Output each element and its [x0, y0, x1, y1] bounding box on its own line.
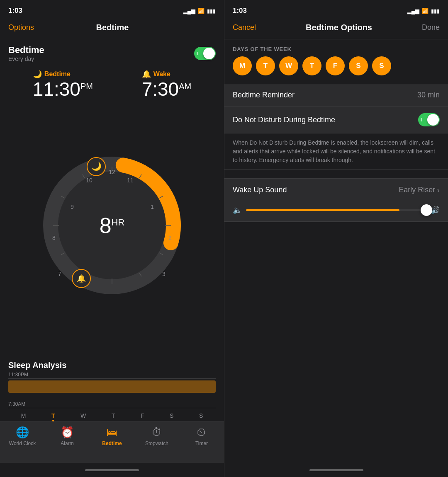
cancel-button[interactable]: Cancel: [233, 23, 256, 32]
status-time-left: 1:03: [8, 7, 22, 15]
svg-text:1: 1: [151, 203, 154, 210]
home-bar-right: [309, 469, 363, 471]
dnd-toggle[interactable]: I: [418, 113, 440, 126]
wake-sound-chevron: ›: [437, 185, 440, 195]
clock-svg-container: 12 1 2 3 4 5 6 7 8 9 10 11: [41, 155, 183, 296]
day-saturday[interactable]: S: [349, 56, 368, 75]
sleep-start-line: [8, 378, 216, 379]
right-spacer: [224, 222, 448, 463]
day-wednesday[interactable]: W: [279, 56, 298, 75]
tab-bedtime[interactable]: 🛏 Bedtime: [90, 426, 134, 446]
bedtime-label-group: Bedtime Every day: [8, 45, 44, 62]
world-clock-icon: 🌐: [16, 426, 29, 439]
sleep-bar-area: [8, 380, 216, 393]
wake-sound-label: Wake Up Sound: [233, 186, 287, 194]
week-day-tue: T: [51, 412, 55, 421]
status-icons-right: ▂▄▆ 📶 ▮▮▮: [407, 8, 440, 14]
moon-icon: 🌙: [33, 70, 42, 79]
week-row: M T W T F S S: [0, 409, 224, 421]
week-day-sat: S: [170, 412, 173, 421]
timer-icon: ⏲: [196, 426, 207, 439]
dnd-label: Do Not Disturb During Bedtime: [233, 116, 335, 124]
bedtime-toggle-row: Bedtime Every day I: [0, 41, 224, 66]
stopwatch-label: Stopwatch: [145, 441, 168, 446]
wake-sound-section: Wake Up Sound Early Riser › 🔈 🔊: [224, 178, 448, 222]
volume-slider-fill: [246, 209, 399, 211]
clock-center-text: 8HR: [100, 213, 125, 238]
dnd-description: When Do Not Disturb During Bedtime is en…: [224, 133, 448, 170]
home-indicator-left: [0, 463, 224, 477]
day-friday[interactable]: F: [326, 56, 345, 75]
svg-text:2: 2: [168, 235, 172, 241]
bedtime-icon: 🛏: [107, 426, 117, 439]
week-day-thu: T: [112, 412, 115, 421]
wake-sound-name: Early Riser: [399, 186, 435, 194]
sleep-end-line: [8, 408, 216, 408]
week-day-sun: S: [199, 412, 203, 421]
tab-alarm[interactable]: ⏰ Alarm: [45, 426, 90, 446]
day-sunday[interactable]: S: [372, 56, 391, 75]
svg-text:🌙: 🌙: [91, 161, 102, 171]
sleep-bar-fill: [8, 380, 216, 393]
volume-slider-track[interactable]: [246, 209, 426, 211]
bedtime-title: Bedtime: [96, 23, 129, 32]
volume-row: 🔈 🔊: [224, 201, 448, 222]
bedtime-reminder-row[interactable]: Bedtime Reminder 30 min: [224, 84, 448, 107]
bell-icon: 🔔: [142, 70, 151, 79]
tab-world-clock[interactable]: 🌐 World Clock: [0, 426, 45, 446]
dnd-toggle-label: I: [421, 117, 422, 122]
bedtime-options-title: Bedtime Options: [306, 23, 372, 32]
svg-text:4: 4: [139, 295, 143, 296]
dnd-row[interactable]: Do Not Disturb During Bedtime I: [224, 107, 448, 133]
bedtime-tab-label: Bedtime: [102, 441, 122, 446]
sleep-end-label: 7:30AM: [8, 401, 216, 407]
days-row: M T W T F S S: [224, 56, 448, 84]
left-panel: 1:03 ▂▄▆ 📶 ▮▮▮ Options Bedtime Bedtime E…: [0, 0, 224, 477]
wifi-icon: 📶: [198, 8, 205, 14]
toggle-on-label: I: [197, 51, 198, 56]
right-panel: 1:03 ▂▄▆ 📶 ▮▮▮ Cancel Bedtime Options Do…: [224, 0, 448, 477]
bedtime-reminder-value: 30 min: [417, 91, 440, 99]
clock-area: 12 1 2 3 4 5 6 7 8 9 10 11: [0, 94, 224, 356]
svg-text:3: 3: [162, 271, 166, 277]
week-day-wed: W: [80, 412, 86, 421]
alarm-label: Alarm: [61, 441, 73, 446]
sleep-chart: 11:30PM 7:30AM: [8, 372, 216, 409]
status-bar-right: 1:03 ▂▄▆ 📶 ▮▮▮: [224, 0, 448, 18]
status-bar-left: 1:03 ▂▄▆ 📶 ▮▮▮: [0, 0, 224, 18]
wake-label-text: Wake: [153, 70, 170, 78]
day-thursday[interactable]: T: [302, 56, 321, 75]
bedtime-sublabel: Every day: [8, 56, 44, 62]
bedtime-reminder-label: Bedtime Reminder: [233, 91, 295, 99]
bedtime-toggle[interactable]: I: [194, 47, 216, 60]
tab-timer[interactable]: ⏲ Timer: [179, 426, 224, 446]
week-day-mon: M: [21, 412, 26, 421]
svg-text:8: 8: [52, 235, 56, 241]
svg-text:9: 9: [71, 203, 74, 210]
svg-text:10: 10: [86, 177, 93, 184]
status-icons-left: ▂▄▆ 📶 ▮▮▮: [183, 8, 216, 14]
nav-bar-left: Options Bedtime: [0, 18, 224, 39]
wake-sound-value: Early Riser ›: [399, 185, 440, 195]
clock-hours: 8HR: [100, 213, 125, 237]
sleep-analysis-title: Sleep Analysis: [8, 361, 216, 370]
volume-knob[interactable]: [421, 204, 432, 216]
times-row: 🌙 Bedtime 11:30PM 🔔 Wake 7:30AM: [0, 66, 224, 99]
options-button[interactable]: Options: [8, 23, 34, 32]
battery-icon-right: ▮▮▮: [431, 8, 440, 14]
week-day-fri: F: [141, 412, 144, 421]
volume-min-icon: 🔈: [233, 206, 242, 215]
wifi-icon-right: 📶: [422, 8, 429, 14]
day-tuesday[interactable]: T: [256, 56, 275, 75]
tab-stopwatch[interactable]: ⏱ Stopwatch: [134, 426, 179, 446]
svg-text:7: 7: [58, 271, 61, 277]
done-button[interactable]: Done: [422, 23, 440, 32]
wake-label-row: 🔔 Wake: [142, 70, 192, 79]
home-bar-left: [85, 469, 139, 471]
tab-bar: 🌐 World Clock ⏰ Alarm 🛏 Bedtime ⏱ Stopwa…: [0, 421, 224, 463]
world-clock-label: World Clock: [9, 441, 36, 446]
stopwatch-icon: ⏱: [151, 426, 162, 439]
wake-sound-row[interactable]: Wake Up Sound Early Riser ›: [224, 179, 448, 201]
day-monday[interactable]: M: [233, 56, 252, 75]
battery-icon: ▮▮▮: [207, 8, 216, 14]
